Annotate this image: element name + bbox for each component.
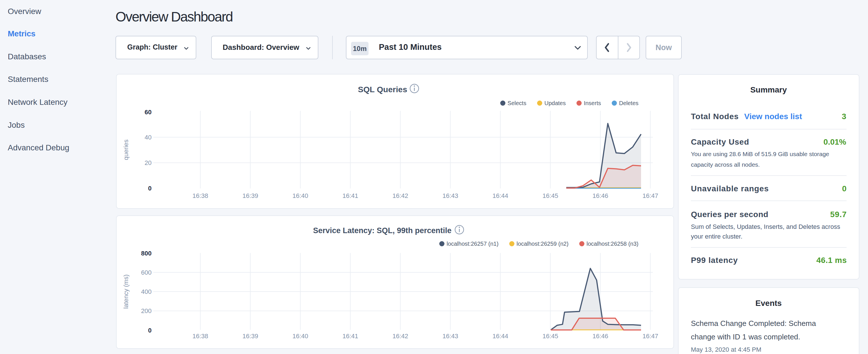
svg-text:16:39: 16:39 xyxy=(242,192,258,199)
svg-text:16:46: 16:46 xyxy=(592,192,608,199)
svg-text:16:40: 16:40 xyxy=(292,332,308,340)
svg-text:queries: queries xyxy=(122,139,129,160)
svg-text:SQL Queries: SQL Queries xyxy=(358,85,407,94)
svg-text:localhost:26259 (n2): localhost:26259 (n2) xyxy=(517,240,568,247)
svg-text:0: 0 xyxy=(148,185,152,192)
svg-text:800: 800 xyxy=(141,250,152,257)
svg-text:Inserts: Inserts xyxy=(584,100,601,106)
svg-text:400: 400 xyxy=(141,288,152,295)
svg-text:16:42: 16:42 xyxy=(392,192,408,199)
svg-text:Updates: Updates xyxy=(545,100,566,106)
svg-text:16:46: 16:46 xyxy=(592,332,608,340)
svg-text:60: 60 xyxy=(145,108,152,116)
svg-text:16:43: 16:43 xyxy=(442,192,458,199)
svg-text:localhost:26258 (n3): localhost:26258 (n3) xyxy=(587,240,639,247)
svg-text:16:47: 16:47 xyxy=(643,192,658,199)
svg-text:16:39: 16:39 xyxy=(242,332,258,340)
svg-text:16:44: 16:44 xyxy=(492,332,508,340)
svg-text:16:42: 16:42 xyxy=(392,332,408,340)
svg-text:16:40: 16:40 xyxy=(292,192,308,199)
svg-text:0: 0 xyxy=(148,327,152,334)
svg-text:latency (ms): latency (ms) xyxy=(122,275,129,309)
svg-text:16:44: 16:44 xyxy=(492,192,508,199)
svg-text:localhost:26257 (n1): localhost:26257 (n1) xyxy=(446,240,498,247)
svg-text:200: 200 xyxy=(141,307,152,315)
svg-text:Service Latency: SQL, 99th per: Service Latency: SQL, 99th percentile xyxy=(313,226,451,235)
svg-text:16:43: 16:43 xyxy=(442,332,458,340)
svg-text:16:47: 16:47 xyxy=(643,332,658,340)
svg-text:16:45: 16:45 xyxy=(542,192,558,199)
svg-text:16:38: 16:38 xyxy=(192,332,208,340)
svg-text:16:41: 16:41 xyxy=(342,332,358,340)
svg-text:Deletes: Deletes xyxy=(619,100,639,106)
svg-text:Selects: Selects xyxy=(507,100,526,106)
svg-text:16:45: 16:45 xyxy=(542,332,558,340)
svg-text:40: 40 xyxy=(145,134,152,141)
svg-text:20: 20 xyxy=(145,159,152,166)
svg-text:16:38: 16:38 xyxy=(192,192,208,199)
svg-text:600: 600 xyxy=(141,269,152,276)
svg-text:16:41: 16:41 xyxy=(342,192,358,199)
